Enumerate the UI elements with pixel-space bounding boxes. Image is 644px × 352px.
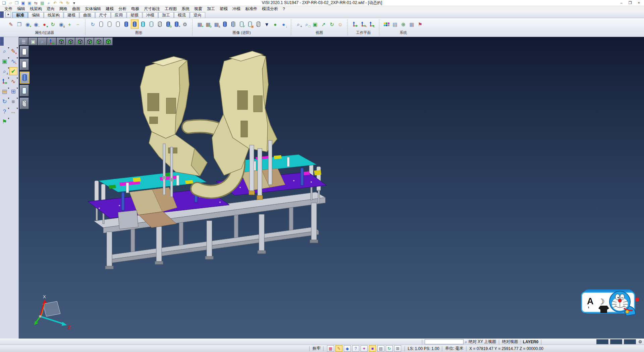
- toolbar-tab[interactable]: 曲面: [79, 12, 95, 18]
- attribute-copy[interactable]: ❐: [15, 19, 23, 29]
- shading-add[interactable]: ▦+: [196, 19, 204, 29]
- print[interactable]: ▤: [40, 0, 45, 5]
- edit-curve[interactable]: ∿▾: [9, 77, 17, 85]
- menu-item[interactable]: 加工: [205, 6, 217, 12]
- tab-dropdown-button[interactable]: ▼: [5, 12, 11, 17]
- display-translucent[interactable]: [20, 85, 29, 96]
- view-right[interactable]: [85, 38, 94, 45]
- confirm-check[interactable]: ✔: [9, 67, 17, 75]
- snap-entity[interactable]: ◆: [344, 345, 351, 352]
- menu-item[interactable]: 塑模: [217, 6, 230, 12]
- menu-item[interactable]: 工程图: [162, 6, 179, 12]
- view-reference-label[interactable]: 绝对 XY 上视图: [469, 339, 496, 345]
- hide-entity[interactable]: ◉−: [32, 19, 40, 29]
- attribute-library[interactable]: ▤▾: [1, 87, 9, 95]
- view-left[interactable]: [94, 38, 103, 45]
- menu-item[interactable]: 标准件: [243, 6, 260, 12]
- menu-item[interactable]: 建模: [103, 6, 116, 12]
- zoom-in[interactable]: ⌕+: [294, 19, 302, 29]
- zoom-window[interactable]: ⌕□: [303, 19, 311, 29]
- copy-document[interactable]: ❐: [14, 0, 19, 5]
- hide-all[interactable]: −: [74, 19, 82, 29]
- layer-active[interactable]: [122, 19, 130, 29]
- workplane-align[interactable]: ↔: [368, 19, 376, 29]
- system-colors[interactable]: [383, 19, 390, 29]
- export[interactable]: ⇆: [33, 0, 39, 5]
- shading-toggle[interactable]: ▦±: [213, 19, 220, 29]
- wcs-axes[interactable]: ▾: [1, 77, 9, 85]
- menu-item[interactable]: 曲面: [70, 6, 83, 12]
- toolbar-drag-handle[interactable]: [0, 37, 4, 46]
- split-view[interactable]: ⊞: [394, 345, 401, 352]
- whats-new[interactable]: ✦: [361, 345, 368, 352]
- layer-empty[interactable]: [148, 19, 155, 29]
- display-solid[interactable]: [20, 72, 30, 84]
- menu-item[interactable]: 分析: [116, 6, 129, 12]
- customize-dropdown[interactable]: ▾: [71, 0, 77, 5]
- toolbar-tab[interactable]: 冲模: [143, 12, 158, 18]
- view-options[interactable]: ☺: [336, 19, 344, 29]
- view-front[interactable]: [75, 38, 85, 45]
- render-cone[interactable]: ▼: [263, 19, 271, 29]
- layer-translucent[interactable]: [139, 19, 147, 29]
- edit-spline[interactable]: ∿✎▾: [9, 57, 17, 65]
- refresh-visibility[interactable]: ↻: [49, 19, 57, 29]
- menu-item[interactable]: 模流分析: [260, 6, 280, 12]
- shading-refresh[interactable]: ▦↻: [204, 19, 212, 29]
- display-outline-1[interactable]: [20, 46, 29, 57]
- menu-item[interactable]: 系统: [179, 6, 192, 12]
- pan-view[interactable]: ↗: [320, 19, 327, 29]
- toggle-visibility[interactable]: ◉±: [57, 19, 65, 29]
- fit-view[interactable]: ▣: [29, 38, 38, 45]
- layer-list-1[interactable]: [97, 19, 105, 29]
- toolbar-tab[interactable]: 线架构: [44, 12, 63, 18]
- layer-recycle[interactable]: ↻: [164, 19, 172, 29]
- view-bottom[interactable]: [66, 38, 75, 45]
- display-wire[interactable]: [20, 98, 29, 109]
- statusbar-drag-handle[interactable]: [421, 340, 423, 344]
- menu-item[interactable]: 电极: [129, 6, 142, 12]
- history[interactable]: ↻: [65, 0, 70, 5]
- search-icon[interactable]: ⌕: [465, 339, 467, 345]
- open-folder[interactable]: ▱: [8, 0, 13, 5]
- close-button[interactable]: ×: [638, 1, 640, 5]
- system-environment[interactable]: ⊕: [399, 19, 407, 29]
- menu-item[interactable]: 逆向: [44, 6, 57, 12]
- viewport-3d[interactable]: ☰▣⌕ X Z A ☽ ’: [19, 37, 644, 339]
- ribbon-drag-handle[interactable]: [0, 11, 4, 18]
- auto-rotate[interactable]: ↻: [386, 345, 393, 352]
- zoom-toggle[interactable]: ⌕±▾: [1, 67, 9, 75]
- render-sphere[interactable]: ●: [271, 19, 279, 29]
- toolbar-tab[interactable]: 模流: [174, 12, 190, 18]
- render-mode[interactable]: ■: [369, 345, 376, 352]
- menu-item[interactable]: 编辑: [15, 6, 28, 12]
- lock-toggle[interactable]: 拴牢: [312, 346, 320, 351]
- color-swatch-3[interactable]: [624, 339, 636, 344]
- menu-item[interactable]: 文件: [2, 6, 15, 12]
- system-raster[interactable]: ▦: [408, 19, 416, 29]
- layer-wireframe[interactable]: [156, 19, 164, 29]
- active-layer-label[interactable]: LAYER0: [523, 340, 538, 344]
- layer-list-2[interactable]: [106, 19, 113, 29]
- layer-list-3[interactable]: [114, 19, 122, 29]
- toolbar-tab[interactable]: 尺寸: [95, 12, 111, 18]
- cad-model[interactable]: [19, 37, 644, 339]
- viewport-menu[interactable]: ☰: [19, 38, 28, 45]
- toolbar-tab[interactable]: 逆向: [190, 12, 205, 18]
- select-window[interactable]: ▣▾: [1, 57, 9, 65]
- regenerate[interactable]: ↻▾: [1, 97, 9, 105]
- toolbar-tab[interactable]: 加工: [158, 12, 174, 18]
- absolute-view-label[interactable]: 绝对视图: [502, 339, 518, 345]
- render-striped[interactable]: [229, 19, 237, 29]
- wcs-triad[interactable]: [47, 38, 56, 45]
- zoom-fit[interactable]: ▣: [311, 19, 319, 29]
- menu-item[interactable]: 视窗: [192, 6, 205, 12]
- minimize-button[interactable]: –: [621, 1, 623, 5]
- layer-copy[interactable]: +: [173, 19, 180, 29]
- zoom-dynamic[interactable]: ⌕: [38, 38, 47, 45]
- render-solid[interactable]: [221, 19, 229, 29]
- menu-item[interactable]: 网格: [57, 6, 70, 12]
- globe-icon[interactable]: 🌐︎: [639, 339, 642, 345]
- toolbar-tab[interactable]: 建模: [64, 12, 79, 18]
- new-document[interactable]: ❏: [1, 0, 7, 5]
